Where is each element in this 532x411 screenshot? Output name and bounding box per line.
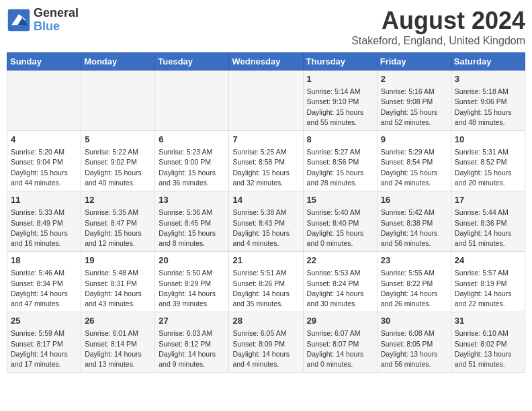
day-cell: 18Sunrise: 5:46 AM Sunset: 8:34 PM Dayli… <box>7 252 81 312</box>
day-cell <box>7 71 81 131</box>
day-info: Sunrise: 5:40 AM Sunset: 8:40 PM Dayligh… <box>307 208 373 248</box>
day-cell: 25Sunrise: 5:59 AM Sunset: 8:17 PM Dayli… <box>7 312 81 373</box>
day-number: 25 <box>11 315 77 327</box>
day-number: 10 <box>455 134 521 146</box>
day-cell: 23Sunrise: 5:55 AM Sunset: 8:22 PM Dayli… <box>377 252 451 312</box>
day-cell: 13Sunrise: 5:36 AM Sunset: 8:45 PM Dayli… <box>155 191 229 252</box>
day-cell <box>81 71 155 131</box>
day-cell: 10Sunrise: 5:31 AM Sunset: 8:52 PM Dayli… <box>451 131 525 191</box>
day-cell: 16Sunrise: 5:42 AM Sunset: 8:38 PM Dayli… <box>377 191 451 252</box>
calendar-header: SundayMondayTuesdayWednesdayThursdayFrid… <box>7 53 525 71</box>
day-number: 13 <box>159 194 225 206</box>
day-info: Sunrise: 5:20 AM Sunset: 9:04 PM Dayligh… <box>11 147 77 188</box>
day-cell: 31Sunrise: 6:10 AM Sunset: 8:02 PM Dayli… <box>451 312 525 373</box>
weekday-header-saturday: Saturday <box>451 53 525 71</box>
day-number: 1 <box>307 73 373 85</box>
day-cell <box>229 71 303 131</box>
day-cell <box>155 71 229 131</box>
week-row-1: 1Sunrise: 5:14 AM Sunset: 9:10 PM Daylig… <box>7 71 525 131</box>
day-number: 28 <box>232 315 299 327</box>
day-info: Sunrise: 6:03 AM Sunset: 8:12 PM Dayligh… <box>159 328 225 369</box>
calendar: SundayMondayTuesdayWednesdayThursdayFrid… <box>7 52 525 373</box>
day-number: 30 <box>381 315 447 327</box>
day-number: 19 <box>85 255 151 267</box>
main-title: August 2024 <box>351 7 525 35</box>
day-number: 14 <box>232 194 299 206</box>
day-number: 16 <box>381 194 447 206</box>
day-cell: 7Sunrise: 5:25 AM Sunset: 8:58 PM Daylig… <box>229 131 303 191</box>
header: General Blue August 2024 Stakeford, Engl… <box>7 7 525 47</box>
day-number: 17 <box>455 194 521 206</box>
day-info: Sunrise: 5:55 AM Sunset: 8:22 PM Dayligh… <box>381 268 447 309</box>
day-cell: 2Sunrise: 5:16 AM Sunset: 9:08 PM Daylig… <box>377 71 451 131</box>
weekday-header-monday: Monday <box>81 53 155 71</box>
day-number: 8 <box>307 134 373 146</box>
day-cell: 17Sunrise: 5:44 AM Sunset: 8:36 PM Dayli… <box>451 191 525 252</box>
day-info: Sunrise: 6:07 AM Sunset: 8:07 PM Dayligh… <box>307 328 373 369</box>
logo-icon <box>7 8 31 32</box>
day-info: Sunrise: 5:53 AM Sunset: 8:24 PM Dayligh… <box>307 268 373 309</box>
day-info: Sunrise: 5:35 AM Sunset: 8:47 PM Dayligh… <box>85 208 151 248</box>
day-info: Sunrise: 5:23 AM Sunset: 9:00 PM Dayligh… <box>159 147 225 188</box>
day-number: 2 <box>381 73 447 85</box>
day-number: 27 <box>159 315 225 327</box>
day-info: Sunrise: 5:22 AM Sunset: 9:02 PM Dayligh… <box>85 147 151 188</box>
weekday-header-sunday: Sunday <box>7 53 81 71</box>
day-number: 7 <box>232 134 299 146</box>
day-cell: 9Sunrise: 5:29 AM Sunset: 8:54 PM Daylig… <box>377 131 451 191</box>
day-number: 9 <box>381 134 447 146</box>
day-cell: 12Sunrise: 5:35 AM Sunset: 8:47 PM Dayli… <box>81 191 155 252</box>
day-info: Sunrise: 5:33 AM Sunset: 8:49 PM Dayligh… <box>11 208 77 248</box>
weekday-row: SundayMondayTuesdayWednesdayThursdayFrid… <box>7 53 525 71</box>
day-cell: 30Sunrise: 6:08 AM Sunset: 8:05 PM Dayli… <box>377 312 451 373</box>
day-cell: 15Sunrise: 5:40 AM Sunset: 8:40 PM Dayli… <box>303 191 377 252</box>
day-info: Sunrise: 6:01 AM Sunset: 8:14 PM Dayligh… <box>85 328 151 369</box>
day-info: Sunrise: 5:59 AM Sunset: 8:17 PM Dayligh… <box>11 328 77 369</box>
day-info: Sunrise: 5:16 AM Sunset: 9:08 PM Dayligh… <box>381 87 447 128</box>
day-number: 4 <box>11 134 77 146</box>
day-info: Sunrise: 5:42 AM Sunset: 8:38 PM Dayligh… <box>381 208 447 248</box>
week-row-2: 4Sunrise: 5:20 AM Sunset: 9:04 PM Daylig… <box>7 131 525 191</box>
day-info: Sunrise: 5:57 AM Sunset: 8:19 PM Dayligh… <box>455 268 521 309</box>
day-cell: 20Sunrise: 5:50 AM Sunset: 8:29 PM Dayli… <box>155 252 229 312</box>
day-number: 26 <box>85 315 151 327</box>
title-area: August 2024 Stakeford, England, United K… <box>351 7 525 47</box>
day-cell: 26Sunrise: 6:01 AM Sunset: 8:14 PM Dayli… <box>81 312 155 373</box>
day-cell: 4Sunrise: 5:20 AM Sunset: 9:04 PM Daylig… <box>7 131 81 191</box>
day-cell: 28Sunrise: 6:05 AM Sunset: 8:09 PM Dayli… <box>229 312 303 373</box>
logo-line1: General <box>34 7 79 20</box>
day-info: Sunrise: 5:48 AM Sunset: 8:31 PM Dayligh… <box>85 268 151 309</box>
day-number: 3 <box>455 73 521 85</box>
day-info: Sunrise: 5:44 AM Sunset: 8:36 PM Dayligh… <box>455 208 521 248</box>
day-number: 11 <box>11 194 77 206</box>
week-row-5: 25Sunrise: 5:59 AM Sunset: 8:17 PM Dayli… <box>7 312 525 373</box>
day-cell: 8Sunrise: 5:27 AM Sunset: 8:56 PM Daylig… <box>303 131 377 191</box>
day-number: 29 <box>307 315 373 327</box>
day-number: 22 <box>307 255 373 267</box>
day-info: Sunrise: 6:10 AM Sunset: 8:02 PM Dayligh… <box>455 328 521 369</box>
day-cell: 5Sunrise: 5:22 AM Sunset: 9:02 PM Daylig… <box>81 131 155 191</box>
day-info: Sunrise: 6:08 AM Sunset: 8:05 PM Dayligh… <box>381 328 447 369</box>
weekday-header-wednesday: Wednesday <box>229 53 303 71</box>
day-number: 21 <box>232 255 299 267</box>
calendar-body: 1Sunrise: 5:14 AM Sunset: 9:10 PM Daylig… <box>7 71 525 373</box>
day-number: 6 <box>159 134 225 146</box>
day-cell: 29Sunrise: 6:07 AM Sunset: 8:07 PM Dayli… <box>303 312 377 373</box>
day-info: Sunrise: 5:29 AM Sunset: 8:54 PM Dayligh… <box>381 147 447 188</box>
day-cell: 6Sunrise: 5:23 AM Sunset: 9:00 PM Daylig… <box>155 131 229 191</box>
day-cell: 11Sunrise: 5:33 AM Sunset: 8:49 PM Dayli… <box>7 191 81 252</box>
logo-text: General Blue <box>34 7 79 34</box>
day-number: 31 <box>455 315 521 327</box>
day-cell: 24Sunrise: 5:57 AM Sunset: 8:19 PM Dayli… <box>451 252 525 312</box>
day-info: Sunrise: 5:36 AM Sunset: 8:45 PM Dayligh… <box>159 208 225 248</box>
logo-line2: Blue <box>34 20 79 34</box>
logo: General Blue <box>7 7 79 34</box>
day-number: 24 <box>455 255 521 267</box>
day-info: Sunrise: 6:05 AM Sunset: 8:09 PM Dayligh… <box>232 328 299 369</box>
day-info: Sunrise: 5:25 AM Sunset: 8:58 PM Dayligh… <box>232 147 299 188</box>
day-number: 12 <box>85 194 151 206</box>
day-info: Sunrise: 5:18 AM Sunset: 9:06 PM Dayligh… <box>455 87 521 128</box>
day-info: Sunrise: 5:38 AM Sunset: 8:43 PM Dayligh… <box>232 208 299 248</box>
day-info: Sunrise: 5:50 AM Sunset: 8:29 PM Dayligh… <box>159 268 225 309</box>
day-number: 20 <box>159 255 225 267</box>
